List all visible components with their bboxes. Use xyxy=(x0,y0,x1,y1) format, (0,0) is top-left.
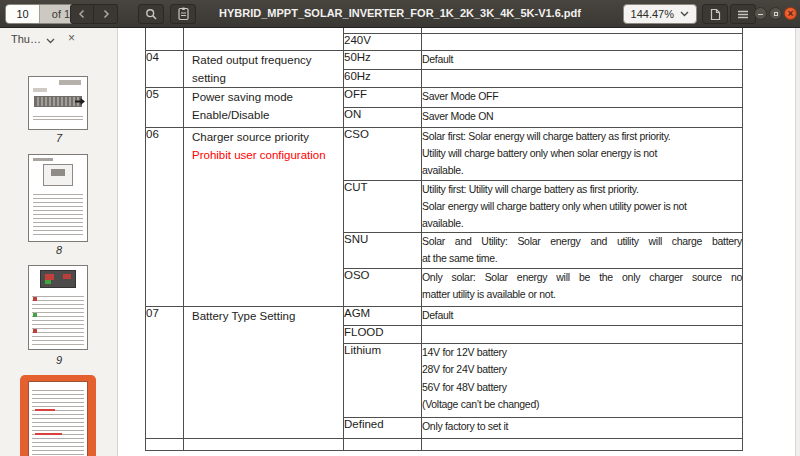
thumbnail-page-9[interactable] xyxy=(28,265,88,350)
vertical-scrollbar[interactable] xyxy=(795,28,800,456)
thumbnail-page-7[interactable] xyxy=(28,76,88,130)
document-view[interactable]: 230V240V04Rated output frequencysetting5… xyxy=(118,28,800,456)
annotate-document-button[interactable] xyxy=(170,4,196,24)
item-description-cell: Power saving modeEnable/Disable xyxy=(184,88,344,128)
night-mode-button[interactable] xyxy=(702,4,728,24)
sidebar-header: Thu… × xyxy=(0,28,117,50)
window-controls: × xyxy=(754,7,797,20)
option-value-cell: OFF xyxy=(344,88,422,108)
option-detail-cell: Only factory to set it xyxy=(422,418,743,439)
page-number-input[interactable]: 10 xyxy=(6,5,39,23)
item-number-cell: 04 xyxy=(146,51,184,88)
zoom-level-value: 144.47% xyxy=(631,8,674,20)
option-value-cell: ON xyxy=(344,108,422,128)
item-description-cell xyxy=(184,28,344,51)
item-number-cell: 07 xyxy=(146,307,184,439)
option-value-cell: OSO xyxy=(344,269,422,307)
chevron-down-icon xyxy=(46,38,55,44)
evince-window: 10 of 13 HYBRID_MPPT_S xyxy=(0,0,800,456)
header-bar: 10 of 13 HYBRID_MPPT_S xyxy=(0,0,800,28)
page-corner-icon xyxy=(710,8,721,21)
maximize-icon xyxy=(774,12,778,16)
option-detail-cell: Solar first: Solar energy will charge ba… xyxy=(422,128,743,181)
item-number-cell xyxy=(146,439,184,451)
thumbnail-label: 7 xyxy=(0,132,118,144)
table-row: 05Power saving modeEnable/DisableOFFSave… xyxy=(146,88,743,108)
thumbnail-page-10-selected[interactable]: 10 xyxy=(20,375,96,456)
close-icon: × xyxy=(785,8,796,19)
option-value-cell: 240V xyxy=(344,34,422,51)
option-value-cell: 50Hz xyxy=(344,51,422,70)
option-detail-cell: Default xyxy=(422,51,743,70)
maximize-button[interactable] xyxy=(769,7,782,20)
option-detail-cell: Default xyxy=(422,307,743,326)
item-description-cell: Battery Type Setting xyxy=(184,307,344,439)
option-detail-cell: 14V for 12V battery28V for 24V battery56… xyxy=(422,344,743,418)
pdf-settings-table: 230V240V04Rated output frequencysetting5… xyxy=(145,28,743,451)
item-description-cell: Charger source priorityProhibit user con… xyxy=(184,128,344,307)
page-nav-group xyxy=(70,4,118,24)
item-number-cell: 05 xyxy=(146,88,184,128)
search-button[interactable] xyxy=(138,4,164,24)
hamburger-menu-icon xyxy=(737,10,749,19)
option-value-cell xyxy=(344,439,422,451)
option-detail-cell: Saver Mode ON xyxy=(422,108,743,128)
option-detail-cell: Only solar: Solar energy will be the onl… xyxy=(422,269,743,307)
previous-page-button[interactable] xyxy=(70,4,94,24)
chevron-down-icon xyxy=(680,11,689,17)
table-row: 07Battery Type SettingAGMDefault xyxy=(146,307,743,326)
close-button[interactable]: × xyxy=(784,7,797,20)
option-value-cell: CUT xyxy=(344,180,422,233)
thumbnails-sidebar: Thu… × 7 8 9 xyxy=(0,28,118,456)
option-value-cell: CSO xyxy=(344,128,422,181)
option-value-cell: FLOOD xyxy=(344,326,422,344)
thumbnail-label: 8 xyxy=(0,244,118,256)
option-value-cell: Lithium xyxy=(344,344,422,418)
table-row xyxy=(146,439,743,451)
table-row: 06Charger source priorityProhibit user c… xyxy=(146,128,743,181)
minimize-icon xyxy=(758,14,763,16)
option-detail-cell: Solar and Utility: Solar energy and util… xyxy=(422,233,743,269)
option-detail-cell: Saver Mode OFF xyxy=(422,88,743,108)
item-description-cell xyxy=(184,439,344,451)
zoom-level-dropdown[interactable]: 144.47% xyxy=(623,4,697,24)
menu-button[interactable] xyxy=(730,4,756,24)
option-value-cell: 60Hz xyxy=(344,69,422,87)
option-value-cell: AGM xyxy=(344,307,422,326)
pdf-table-body: 230V240V04Rated output frequencysetting5… xyxy=(146,28,743,451)
window-title: HYBRID_MPPT_SOLAR_INVERTER_FOR_1K_2K_3K_… xyxy=(219,7,581,19)
option-detail-cell xyxy=(422,326,743,344)
table-row: 04Rated output frequencysetting50HzDefau… xyxy=(146,51,743,70)
document-icon xyxy=(178,7,189,21)
option-detail-cell: Utility first: Utility will charge batte… xyxy=(422,180,743,233)
option-detail-cell xyxy=(422,69,743,87)
minimize-button[interactable] xyxy=(754,7,767,20)
item-number-cell: 06 xyxy=(146,128,184,307)
option-detail-cell xyxy=(422,439,743,451)
sidebar-close-button[interactable]: × xyxy=(68,31,75,45)
item-number-cell xyxy=(146,28,184,51)
option-detail-cell xyxy=(422,34,743,51)
thumbnail-page-8[interactable] xyxy=(28,154,88,242)
item-description-cell: Rated output frequencysetting xyxy=(184,51,344,88)
chevron-right-icon xyxy=(102,9,110,19)
option-value-cell: SNU xyxy=(344,233,422,269)
thumbnail-page-10 xyxy=(28,381,88,456)
chevron-left-icon xyxy=(78,9,86,19)
search-icon xyxy=(145,8,158,21)
thumbnail-label: 9 xyxy=(0,354,118,366)
next-page-button[interactable] xyxy=(94,4,118,24)
sidebar-view-dropdown[interactable]: Thu… xyxy=(11,33,41,45)
option-value-cell: Defined xyxy=(344,418,422,439)
